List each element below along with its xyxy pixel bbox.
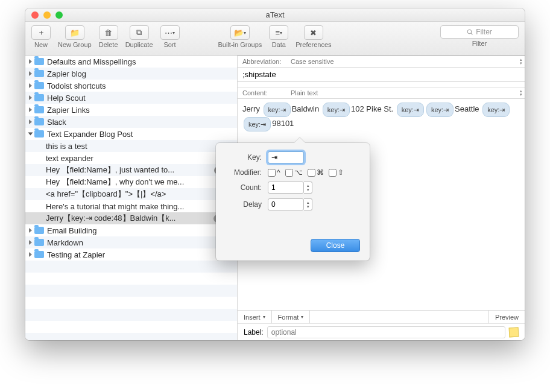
list-item[interactable]: [25, 273, 237, 285]
zoom-window-button[interactable]: [55, 11, 63, 19]
list-item[interactable]: Zapier blog: [25, 68, 237, 80]
popover-modifier-label: Modifier:: [226, 168, 262, 177]
disclosure-triangle[interactable]: [29, 228, 32, 233]
popover-count-label: Count:: [226, 183, 262, 192]
disclosure-triangle[interactable]: [29, 59, 32, 64]
key-token[interactable]: key:⇥: [264, 103, 291, 117]
key-token[interactable]: key:⇥: [482, 103, 510, 117]
titlebar: aText: [25, 8, 525, 22]
abbr-mode-stepper[interactable]: ▴▾: [520, 58, 522, 65]
minimize-window-button[interactable]: [43, 11, 51, 19]
disclosure-triangle[interactable]: [29, 83, 32, 88]
list-item[interactable]: text expander: [25, 152, 237, 164]
list-item[interactable]: [25, 321, 237, 333]
disclosure-triangle[interactable]: [29, 95, 32, 100]
filter-label: Filter: [472, 40, 487, 47]
editor-bottom-bar: Insert▾ Format▾ Preview: [238, 310, 525, 323]
folder-icon: [34, 94, 44, 101]
key-token[interactable]: key:⇥: [244, 117, 271, 131]
list-item[interactable]: Testing at Zapier: [25, 248, 237, 261]
list-item-selected[interactable]: Jerry【key:⇥ code:48】Baldwin【k...;ship: [25, 212, 237, 224]
list-item[interactable]: [25, 333, 237, 340]
popover-close-button[interactable]: Close: [311, 239, 360, 252]
list-item[interactable]: <a href="【clipboard】">【|】</a>: [25, 188, 237, 200]
disclosure-triangle[interactable]: [29, 252, 32, 257]
filter-search-input[interactable]: Filter: [440, 25, 519, 39]
folder-icon: [34, 106, 44, 113]
list-item[interactable]: Email Building: [25, 224, 237, 236]
modifier-checkbox[interactable]: ^: [268, 168, 280, 177]
format-menu[interactable]: Format▾: [272, 311, 311, 323]
folder-icon: [34, 70, 44, 77]
list-item[interactable]: [25, 285, 237, 297]
folder-icon: [34, 82, 44, 89]
preview-button[interactable]: Preview: [488, 311, 525, 323]
modifier-checkbox[interactable]: ⇧: [329, 168, 344, 177]
delay-stepper[interactable]: ▴▾: [304, 198, 312, 210]
new-button[interactable]: ＋New: [31, 25, 51, 48]
list-item[interactable]: Help Scout: [25, 92, 237, 104]
list-item[interactable]: Hey 【field:Name】, just wanted to...;outr: [25, 164, 237, 176]
search-icon: [467, 29, 473, 36]
list-item[interactable]: [25, 309, 237, 321]
insert-menu[interactable]: Insert▾: [238, 311, 272, 323]
modifier-checkbox[interactable]: ⌘: [308, 168, 324, 177]
folder-icon: [34, 227, 44, 234]
list-item[interactable]: Markdown: [25, 236, 237, 248]
list-item[interactable]: Todoist shortcuts: [25, 80, 237, 92]
content-header[interactable]: Content: Plain text ▴▾: [238, 87, 525, 99]
abbreviation-header[interactable]: Abbreviation: Case sensitive ▴▾: [238, 55, 525, 68]
delete-button[interactable]: 🗑Delete: [99, 25, 118, 48]
builtin-groups-button[interactable]: 📂▾Built-in Groups: [218, 25, 262, 48]
popover-key-label: Key:: [226, 153, 262, 162]
disclosure-triangle[interactable]: [29, 71, 32, 76]
popover-delay-label: Delay: [226, 200, 262, 209]
disclosure-triangle[interactable]: [29, 119, 32, 124]
key-token[interactable]: key:⇥: [426, 103, 454, 117]
label-field-label: Label:: [244, 328, 264, 337]
popover-delay-input[interactable]: [268, 198, 304, 210]
popover-key-input[interactable]: [268, 151, 304, 163]
note-icon[interactable]: [509, 327, 519, 337]
content-mode-stepper[interactable]: ▴▾: [520, 89, 522, 96]
list-item[interactable]: Hey 【field:Name】, why don't we me...;me: [25, 176, 237, 188]
list-item[interactable]: [25, 261, 237, 273]
list-item[interactable]: this is a test: [25, 140, 237, 152]
duplicate-button[interactable]: ⧉Duplicate: [125, 25, 153, 48]
disclosure-triangle[interactable]: [29, 240, 32, 245]
toolbar: ＋New 📁New Group 🗑Delete ⧉Duplicate ⋯▾Sor…: [25, 22, 525, 55]
snippet-sidebar[interactable]: Defaults and MisspellingsZapier blogTodo…: [25, 55, 238, 340]
list-item[interactable]: Slack: [25, 116, 237, 128]
folder-icon: [34, 130, 44, 138]
count-stepper[interactable]: ▴▾: [304, 182, 312, 194]
preferences-button[interactable]: ✖︎Preferences: [296, 25, 331, 48]
folder-icon: [34, 118, 44, 125]
key-popover: Key: Modifier: ^ ⌥ ⌘ ⇧ Count: ▴▾ Delay ▴…: [216, 143, 370, 261]
sort-button[interactable]: ⋯▾Sort: [160, 25, 180, 48]
folder-icon: [34, 251, 44, 258]
folder-icon: [34, 58, 44, 65]
window-controls: [31, 11, 63, 19]
close-window-button[interactable]: [31, 11, 39, 19]
popover-count-input[interactable]: [268, 182, 304, 194]
list-item[interactable]: Defaults and Misspellings: [25, 55, 237, 68]
disclosure-triangle[interactable]: [29, 107, 32, 112]
modifier-checkboxes: ^ ⌥ ⌘ ⇧: [268, 168, 344, 177]
folder-icon: [34, 239, 44, 246]
disclosure-triangle[interactable]: [28, 133, 33, 136]
abbreviation-input[interactable]: [238, 68, 525, 82]
data-button[interactable]: ≡▾Data: [269, 25, 288, 48]
list-item[interactable]: [25, 297, 237, 309]
list-item[interactable]: Zapier Links: [25, 104, 237, 116]
modifier-checkbox[interactable]: ⌥: [285, 168, 303, 177]
new-group-button[interactable]: 📁New Group: [58, 25, 92, 48]
label-row: Label:: [238, 323, 525, 340]
label-input[interactable]: [267, 326, 505, 338]
key-token[interactable]: key:⇥: [397, 103, 424, 117]
list-item[interactable]: Here's a tutorial that might make thing.…: [25, 200, 237, 212]
window-title: aText: [265, 10, 284, 19]
key-token[interactable]: key:⇥: [323, 103, 350, 117]
list-item[interactable]: Text Expander Blog Post: [25, 128, 237, 140]
